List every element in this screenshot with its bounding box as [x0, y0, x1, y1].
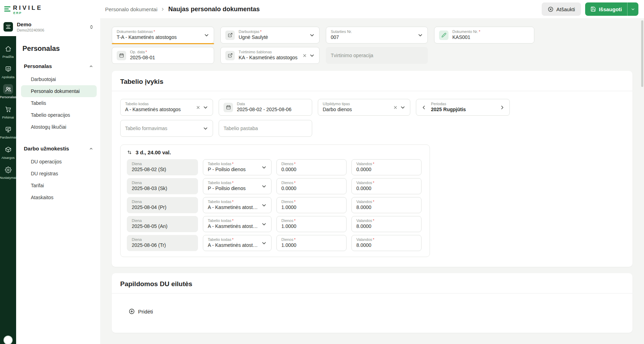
- uzpildymo-tipas-select[interactable]: Užpildymo tipas Darbo dienos: [318, 99, 410, 116]
- sidebar-item-darbuotojai[interactable]: Darbuotojai: [21, 73, 97, 85]
- chevron-down-icon[interactable]: [261, 164, 267, 170]
- chevron-down-icon[interactable]: [203, 104, 208, 110]
- row-tabelio-kodas-select[interactable]: Tabelio kodas* A - Kasmetinės atostogos: [203, 197, 272, 213]
- chevron-right-icon[interactable]: [499, 104, 505, 110]
- row-tabelio-kodas-select[interactable]: Tabelio kodas* A - Kasmetinės atostogos: [203, 235, 272, 251]
- tabelio-ivykis-title: Tabelio įvykis: [112, 71, 632, 91]
- periodas-navigator[interactable]: Periodas 2025 Rugpjūtis: [416, 99, 510, 116]
- clear-x-icon[interactable]: [302, 53, 307, 58]
- row-tabelio-kodas-select[interactable]: Tabelio kodas* A - Kasmetinės atostogos: [203, 216, 272, 232]
- plus-circle-icon: [129, 308, 135, 315]
- external-link-icon[interactable]: [225, 31, 235, 40]
- rail-item-personalas[interactable]: Personalas: [0, 84, 16, 99]
- prideti-button[interactable]: Pridėti: [125, 305, 157, 317]
- icon-rail: Pradžia Apskaita Personalas Pirkimai Par…: [0, 36, 16, 344]
- row-dienos-input[interactable]: Dienos* 1.0000: [276, 197, 347, 213]
- tabelio-row: Diena 2025-08-04 (Pr) Tabelio kodas* A -…: [127, 197, 423, 213]
- clear-x-icon[interactable]: [196, 105, 200, 110]
- chevron-down-icon[interactable]: [400, 104, 406, 110]
- chevron-down-icon[interactable]: [261, 240, 267, 246]
- document-form: Dokumento šablonas* T-A - Kasmetinės ato…: [112, 27, 632, 64]
- sidebar-item-personalo-dokumentai[interactable]: Personalo dokumentai: [21, 85, 97, 97]
- tvirtinimo-sablonas-select[interactable]: Tvirtinimo šablonas KA - Kasmetinės atos…: [220, 47, 320, 64]
- sidebar-item-ataskaitos[interactable]: Ataskaitos: [21, 191, 97, 203]
- tabelio-pastaba-input[interactable]: Tabelio pastaba: [219, 120, 312, 137]
- rail-item-pardavimai[interactable]: Pardavimai: [0, 124, 16, 139]
- op-data-field[interactable]: Op. data* 2025-08-01: [112, 47, 214, 64]
- clear-x-icon[interactable]: [393, 105, 398, 110]
- darbuotojas-select[interactable]: Darbuotojas* Ugnė Saulytė: [220, 27, 320, 43]
- row-valandos-input[interactable]: Valandos* 8.0000: [351, 216, 422, 232]
- tabelio-kodas-select[interactable]: Tabelio kodas A - Kasmetinės atostogos: [120, 99, 213, 116]
- rail-item-pradzia[interactable]: Pradžia: [0, 44, 16, 59]
- tabelio-rows: Diena 2025-08-02 (Št) Tabelio kodas* P -…: [121, 158, 430, 257]
- page-title: Naujas personalo dokumentas: [168, 6, 260, 13]
- row-dienos-input[interactable]: Dienos* 0.0000: [276, 159, 347, 175]
- inventory-icon: [3, 145, 13, 155]
- sidebar-item-du-registras[interactable]: DU registras: [21, 168, 97, 180]
- external-link-icon[interactable]: [225, 51, 235, 60]
- chevron-down-icon[interactable]: [203, 126, 208, 131]
- brand-name: RIVILE: [13, 5, 43, 11]
- chevron-down-icon[interactable]: [204, 32, 210, 38]
- scrollbar-thumb[interactable]: [641, 20, 643, 87]
- tabelio-row: Diena 2025-08-06 (Tr) Tabelio kodas* A -…: [127, 235, 423, 251]
- rail-item-apskaita[interactable]: Apskaita: [0, 64, 16, 79]
- dokumento-nr-input[interactable]: Dokumento Nr.* KAS001: [434, 27, 534, 43]
- row-valandos-input[interactable]: Valandos* 0.0000: [351, 159, 422, 175]
- rail-item-atsargos[interactable]: Atsargos: [0, 145, 16, 160]
- unfold-more-icon[interactable]: [89, 25, 94, 29]
- pencil-icon: [439, 31, 448, 40]
- cancel-button[interactable]: Atšaukti: [542, 2, 581, 16]
- tabelio-formavimas-select[interactable]: Tabelio formavimas: [120, 120, 213, 137]
- company-selector[interactable]: Demo Demo20240906: [4, 19, 97, 35]
- row-tabelio-kodas-select[interactable]: Tabelio kodas* P - Poilsio dienos: [203, 159, 272, 175]
- help-circle-icon[interactable]: [4, 336, 13, 344]
- calendar-icon: [117, 51, 126, 60]
- dokumento-sablonas-select[interactable]: Dokumento šablonas* T-A - Kasmetinės ato…: [112, 27, 214, 43]
- row-dienos-input[interactable]: Dienos* 1.0000: [276, 235, 347, 251]
- save-options-button[interactable]: [627, 2, 638, 16]
- left-panel-header: RIVILE ERP Demo Demo20240906: [0, 0, 100, 36]
- brand-logo: RIVILE ERP: [4, 4, 97, 19]
- people-icon: [3, 84, 13, 94]
- app-root: RIVILE ERP Demo Demo20240906 Pradžia: [0, 0, 644, 344]
- sidebar-item-tabelis[interactable]: Tabelis: [21, 97, 97, 109]
- row-dienos-input[interactable]: Dienos* 0.0000: [276, 178, 347, 194]
- chevron-down-icon[interactable]: [261, 183, 267, 189]
- tabelio-row: Diena 2025-08-05 (An) Tabelio kodas* A -…: [127, 216, 423, 232]
- data-range-field[interactable]: Data 2025-08-02 - 2025-08-06: [219, 99, 312, 116]
- row-valandos-input[interactable]: Valandos* 8.0000: [351, 197, 422, 213]
- section-header-darbo-uzmokestis[interactable]: Darbo užmokestis: [21, 143, 97, 154]
- rail-item-nustatymai[interactable]: Nustatymai: [0, 165, 16, 180]
- row-valandos-input[interactable]: Valandos* 8.0000: [351, 235, 422, 251]
- sidebar-item-tarifai[interactable]: Tarifai: [21, 180, 97, 191]
- row-valandos-input[interactable]: Valandos* 0.0000: [351, 178, 422, 194]
- calendar-icon: [224, 103, 233, 112]
- row-dienos-input[interactable]: Dienos* 1.0000: [276, 216, 347, 232]
- sidebar-item-du-operacijos[interactable]: DU operacijos: [21, 156, 97, 168]
- chevron-down-icon[interactable]: [309, 32, 315, 38]
- company-logo-icon: [4, 22, 13, 32]
- chevron-left-icon[interactable]: [421, 104, 427, 110]
- sutarties-nr-select[interactable]: Sutarties Nr. 007: [326, 27, 428, 43]
- sidebar-item-atostogu-likuciai[interactable]: Atostogų likučiai: [21, 121, 97, 133]
- sidebar-item-tabelio-operacijos[interactable]: Tabelio operacijos: [21, 109, 97, 121]
- rail-item-pirkimai[interactable]: Pirkimai: [0, 104, 16, 119]
- diena-field: Diena 2025-08-02 (Št): [127, 159, 198, 175]
- chevron-down-icon[interactable]: [261, 221, 267, 227]
- tvirtinimo-operacija-input: Tvirtinimo operacija: [326, 47, 428, 64]
- tabelio-ivykis-card: Tabelio įvykis Tabelio kodas A - Kasmeti…: [112, 71, 632, 267]
- breadcrumb[interactable]: Personalo dokumentai: [105, 6, 157, 12]
- save-button[interactable]: Išsaugoti: [585, 2, 627, 16]
- cart-icon: [3, 104, 13, 114]
- chevron-up-icon: [89, 64, 93, 68]
- chevron-down-icon[interactable]: [417, 32, 423, 38]
- days-summary: 3 d., 24.00 val.: [136, 149, 171, 155]
- section-header-personalas[interactable]: Personalas: [21, 61, 97, 71]
- chevron-down-icon[interactable]: [261, 202, 267, 208]
- row-tabelio-kodas-select[interactable]: Tabelio kodas* P - Poilsio dienos: [203, 178, 272, 194]
- swap-vertical-icon[interactable]: [127, 150, 132, 155]
- chevron-down-icon[interactable]: [309, 53, 315, 59]
- sidebar-title: Personalas: [22, 45, 97, 53]
